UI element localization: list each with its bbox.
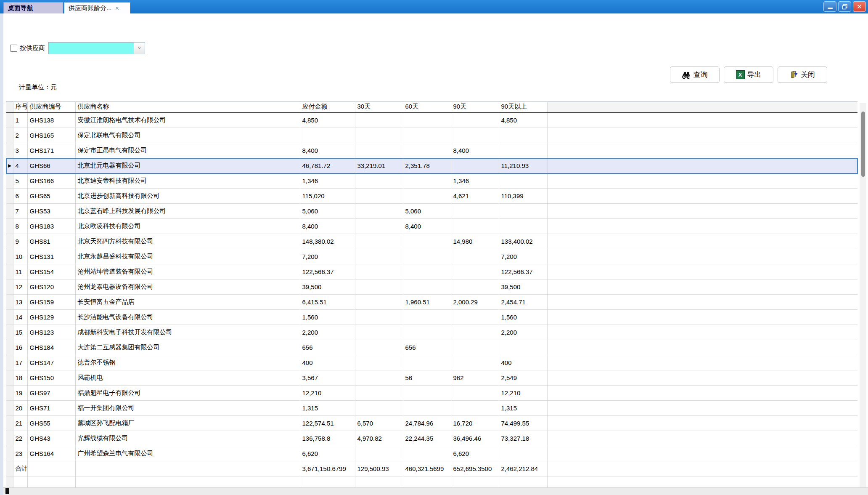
cell-supplier-code[interactable]: GHS81 bbox=[27, 234, 75, 249]
cell-over90days[interactable] bbox=[499, 143, 547, 158]
cell-over90days[interactable]: 110,399 bbox=[499, 189, 547, 204]
cell-90days[interactable]: 2,000.29 bbox=[451, 295, 499, 310]
cell-no[interactable]: 21 bbox=[13, 416, 27, 431]
cell-30days[interactable] bbox=[355, 249, 403, 264]
cell-supplier-name[interactable]: 福一开集团有限公司 bbox=[75, 401, 300, 416]
cell-supplier-code[interactable]: GHS184 bbox=[27, 340, 75, 355]
cell-90days[interactable] bbox=[451, 128, 499, 143]
column-header-30days[interactable]: 30天 bbox=[355, 101, 403, 113]
query-button[interactable]: 查询 bbox=[670, 67, 720, 83]
cell-supplier-name[interactable]: 德普尔不锈钢 bbox=[75, 355, 300, 370]
cell-30days[interactable] bbox=[355, 234, 403, 249]
cell-supplier-code[interactable]: GHS131 bbox=[27, 249, 75, 264]
table-row[interactable]: ▶ 4 GHS66 北京北元电器有限公司 46,781.72 33,219.01… bbox=[6, 158, 857, 173]
cell-no[interactable]: 4 bbox=[13, 158, 27, 173]
cell-90days[interactable]: 6,620 bbox=[451, 446, 499, 461]
cell-60days[interactable] bbox=[403, 446, 451, 461]
cell-over90days[interactable] bbox=[499, 128, 547, 143]
cell-supplier-code[interactable]: GHS120 bbox=[27, 279, 75, 295]
cell-90days[interactable] bbox=[451, 113, 499, 128]
row-indicator[interactable]: ▶ bbox=[6, 158, 13, 173]
cell-payable[interactable]: 6,415.51 bbox=[300, 295, 355, 310]
cell-no[interactable]: 22 bbox=[13, 431, 27, 446]
cell-30days[interactable] bbox=[355, 204, 403, 219]
cell-payable[interactable]: 115,020 bbox=[300, 189, 355, 204]
cell-over90days[interactable]: 2,454.71 bbox=[499, 295, 547, 310]
cell-supplier-name[interactable]: 广州希望森兰电气有限公司 bbox=[75, 446, 300, 461]
cell-60days[interactable] bbox=[403, 173, 451, 189]
cell-30days[interactable] bbox=[355, 386, 403, 401]
close-window-button[interactable]: ✕ bbox=[853, 1, 866, 12]
cell-30days[interactable] bbox=[355, 325, 403, 340]
cell-90days[interactable] bbox=[451, 310, 499, 325]
cell-90days[interactable]: 14,980 bbox=[451, 234, 499, 249]
table-row[interactable]: 19 GHS97 福鼎魁星电子有限公司 12,210 12,210 bbox=[6, 386, 857, 401]
cell-supplier-name[interactable]: 保定市正昂电气有限公司 bbox=[75, 143, 300, 158]
table-row[interactable]: 14 GHS129 长沙洁能电气设备有限公司 1,560 1,560 bbox=[6, 310, 857, 325]
cell-no[interactable]: 10 bbox=[13, 249, 27, 264]
cell-60days[interactable] bbox=[403, 264, 451, 279]
table-row[interactable]: 16 GHS184 大连第二互感器集团有限公司 656 656 bbox=[6, 340, 857, 355]
cell-over90days[interactable]: 74,499.55 bbox=[499, 416, 547, 431]
cell-supplier-name[interactable]: 风霸机电 bbox=[75, 370, 300, 386]
row-indicator[interactable] bbox=[6, 446, 13, 461]
cell-90days[interactable] bbox=[451, 249, 499, 264]
cell-over90days[interactable]: 73,327.18 bbox=[499, 431, 547, 446]
cell-90days[interactable] bbox=[451, 401, 499, 416]
cell-supplier-code[interactable]: GHS66 bbox=[27, 158, 75, 173]
supplier-combo-value[interactable] bbox=[49, 43, 134, 54]
cell-30days[interactable] bbox=[355, 173, 403, 189]
cell-no[interactable]: 11 bbox=[13, 264, 27, 279]
row-indicator[interactable] bbox=[6, 249, 13, 264]
cell-over90days[interactable]: 11,210.93 bbox=[499, 158, 547, 173]
row-indicator[interactable] bbox=[6, 355, 13, 370]
cell-no[interactable]: 19 bbox=[13, 386, 27, 401]
cell-payable[interactable]: 136,758.8 bbox=[300, 431, 355, 446]
row-indicator[interactable] bbox=[6, 173, 13, 189]
cell-60days[interactable]: 1,960.51 bbox=[403, 295, 451, 310]
cell-no[interactable]: 23 bbox=[13, 446, 27, 461]
cell-payable[interactable]: 1,560 bbox=[300, 310, 355, 325]
table-row[interactable]: 13 GHS159 长安恒富五金产品店 6,415.51 1,960.51 2,… bbox=[6, 295, 857, 310]
cell-supplier-code[interactable]: GHS129 bbox=[27, 310, 75, 325]
cell-60days[interactable] bbox=[403, 355, 451, 370]
cell-payable[interactable]: 12,210 bbox=[300, 386, 355, 401]
cell-60days[interactable]: 8,400 bbox=[403, 219, 451, 234]
cell-30days[interactable] bbox=[355, 310, 403, 325]
cell-over90days[interactable]: 12,210 bbox=[499, 386, 547, 401]
cell-30days[interactable] bbox=[355, 264, 403, 279]
row-indicator[interactable] bbox=[6, 431, 13, 446]
combo-dropdown-button[interactable]: ˅ bbox=[134, 43, 145, 54]
cell-payable[interactable]: 46,781.72 bbox=[300, 158, 355, 173]
cell-supplier-code[interactable]: GHS150 bbox=[27, 370, 75, 386]
cell-supplier-name[interactable]: 大连第二互感器集团有限公司 bbox=[75, 340, 300, 355]
cell-over90days[interactable]: 2,200 bbox=[499, 325, 547, 340]
cell-60days[interactable] bbox=[403, 128, 451, 143]
table-row[interactable]: 8 GHS183 北京欧凌科技有限公司 8,400 8,400 bbox=[6, 219, 857, 234]
row-indicator[interactable] bbox=[6, 279, 13, 295]
horizontal-scrollbar-thumb[interactable] bbox=[5, 488, 9, 494]
cell-no[interactable]: 1 bbox=[13, 113, 27, 128]
cell-no[interactable]: 7 bbox=[13, 204, 27, 219]
cell-supplier-name[interactable]: 沧州靖坤管道装备有限公司 bbox=[75, 264, 300, 279]
row-indicator[interactable] bbox=[6, 219, 13, 234]
cell-supplier-name[interactable]: 成都新科安电子科技开发有限公司 bbox=[75, 325, 300, 340]
row-indicator[interactable] bbox=[6, 401, 13, 416]
cell-60days[interactable] bbox=[403, 401, 451, 416]
cell-over90days[interactable]: 400 bbox=[499, 355, 547, 370]
row-indicator[interactable] bbox=[6, 295, 13, 310]
cell-60days[interactable]: 22,244.35 bbox=[403, 431, 451, 446]
cell-payable[interactable]: 39,500 bbox=[300, 279, 355, 295]
cell-60days[interactable] bbox=[403, 310, 451, 325]
cell-supplier-name[interactable]: 安徽江淮朗格电气技术有限公司 bbox=[75, 113, 300, 128]
cell-over90days[interactable]: 1,560 bbox=[499, 310, 547, 325]
cell-over90days[interactable] bbox=[499, 446, 547, 461]
table-row[interactable]: 5 GHS166 北京迪安帝科技有限公司 1,346 1,346 bbox=[6, 173, 857, 189]
cell-supplier-name[interactable]: 沧州龙泰电器设备有限公司 bbox=[75, 279, 300, 295]
cell-supplier-code[interactable]: GHS71 bbox=[27, 401, 75, 416]
cell-30days[interactable] bbox=[355, 340, 403, 355]
cell-30days[interactable]: 33,219.01 bbox=[355, 158, 403, 173]
cell-supplier-code[interactable]: GHS43 bbox=[27, 431, 75, 446]
cell-60days[interactable]: 56 bbox=[403, 370, 451, 386]
cell-supplier-code[interactable]: GHS183 bbox=[27, 219, 75, 234]
